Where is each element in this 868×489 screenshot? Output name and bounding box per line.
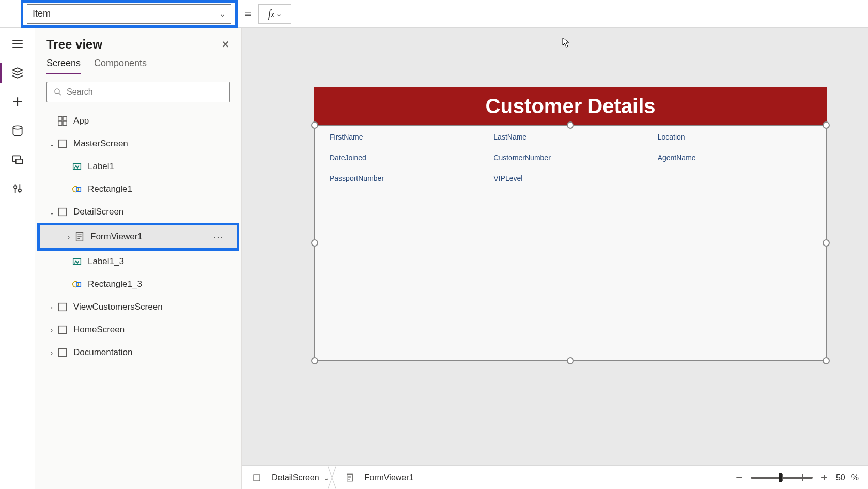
chevron-right-icon: ›: [64, 233, 74, 241]
chevron-down-icon: ⌄: [47, 140, 57, 148]
tree-node-formviewer1[interactable]: › FormViewer1 ⋯: [40, 225, 237, 248]
tree-node-homescreen[interactable]: › HomeScreen: [37, 318, 239, 341]
slider-tick: [802, 474, 803, 481]
shape-icon: [71, 279, 83, 290]
breadcrumb-screen[interactable]: DetailScreen ⌄: [251, 466, 338, 490]
resize-handle[interactable]: [567, 121, 574, 129]
svg-point-0: [13, 126, 22, 129]
resize-handle[interactable]: [567, 357, 574, 364]
zoom-control: − + 50 %: [734, 471, 859, 484]
svg-rect-11: [73, 164, 81, 170]
tree-label: Documentation: [73, 347, 132, 358]
svg-point-5: [55, 89, 59, 94]
tree-list: ▾ App ⌄ MasterScreen ▸ Label1 ▸ Rectangl…: [35, 110, 241, 489]
main-area: Tree view ✕ Screens Components ▾ App ⌄ M…: [0, 28, 868, 489]
close-icon[interactable]: ✕: [221, 38, 230, 51]
chevron-right-icon: ›: [47, 326, 57, 334]
canvas-area[interactable]: Customer Details FirstName LastName Loca…: [242, 28, 868, 489]
fx-button[interactable]: fx ⌄: [258, 4, 291, 24]
tree-node-app[interactable]: ▾ App: [37, 110, 239, 132]
chevron-right-icon: ›: [47, 303, 57, 311]
tree-node-label1[interactable]: ▸ Label1: [37, 155, 239, 178]
field-customernumber[interactable]: CustomerNumber: [493, 154, 647, 162]
data-icon[interactable]: [11, 124, 24, 137]
resize-handle[interactable]: [823, 121, 830, 129]
field-datejoined[interactable]: DateJoined: [330, 154, 483, 162]
tree-label: DetailScreen: [73, 207, 123, 217]
tree-label: MasterScreen: [73, 139, 128, 149]
svg-rect-14: [59, 208, 67, 216]
zoom-out-button[interactable]: −: [734, 471, 745, 484]
tree-label: ViewCustomersScreen: [73, 302, 163, 312]
advanced-tools-icon[interactable]: [11, 182, 24, 195]
label-icon: [71, 256, 83, 267]
left-rail: [0, 28, 35, 489]
tab-components[interactable]: Components: [94, 58, 147, 74]
field-agentname[interactable]: AgentName: [658, 154, 811, 162]
search-input[interactable]: [67, 87, 223, 97]
tree-node-masterscreen[interactable]: ⌄ MasterScreen: [37, 132, 239, 155]
zoom-in-button[interactable]: +: [819, 471, 830, 484]
resize-handle[interactable]: [823, 357, 830, 364]
resize-handle[interactable]: [311, 357, 318, 364]
slider-thumb[interactable]: [779, 473, 782, 482]
tree-label: Rectangle1_3: [88, 279, 142, 289]
canvas-title-bar: Customer Details: [314, 87, 827, 125]
field-viplevel[interactable]: VIPLevel: [493, 174, 647, 182]
tree-label: FormViewer1: [90, 232, 143, 242]
chevron-down-icon: ⌄: [47, 208, 57, 216]
resize-handle[interactable]: [311, 121, 318, 129]
property-dropdown-highlight: Item ⌄: [21, 0, 238, 28]
tab-screens[interactable]: Screens: [47, 58, 81, 74]
property-dropdown[interactable]: Item ⌄: [27, 4, 231, 24]
tree-node-rectangle1-3[interactable]: ▸ Rectangle1_3: [37, 273, 239, 296]
field-passportnumber[interactable]: PassportNumber: [330, 174, 483, 182]
svg-rect-19: [59, 303, 67, 311]
screen-icon: [57, 347, 68, 358]
tree-label: HomeScreen: [73, 325, 125, 335]
chevron-down-icon: ⌄: [276, 10, 282, 18]
insert-icon[interactable]: [11, 95, 24, 109]
zoom-slider[interactable]: [751, 477, 813, 479]
zoom-value: 50: [836, 473, 845, 482]
panel-title: Tree view: [47, 37, 102, 52]
tree-view-icon[interactable]: [11, 66, 24, 80]
formula-input[interactable]: [297, 4, 868, 24]
cursor-icon: [562, 37, 570, 48]
tree-node-documentation[interactable]: › Documentation: [37, 341, 239, 364]
tree-label: Label1: [88, 161, 114, 172]
screen-icon: [251, 472, 262, 483]
search-input-wrap[interactable]: [47, 82, 230, 102]
formviewer-canvas[interactable]: FirstName LastName Location DateJoined C…: [314, 125, 827, 361]
resize-handle[interactable]: [311, 239, 318, 247]
screen-icon: [57, 206, 68, 218]
chevron-right-icon: ›: [47, 349, 57, 357]
hamburger-icon[interactable]: [11, 37, 24, 51]
breadcrumb-control[interactable]: FormViewer1: [344, 466, 422, 490]
svg-rect-9: [63, 121, 67, 125]
svg-rect-16: [73, 259, 81, 265]
canvas-stage: Customer Details FirstName LastName Loca…: [314, 87, 827, 361]
tree-node-rectangle1[interactable]: ▸ Rectangle1: [37, 178, 239, 201]
chevron-down-icon: ⌄: [323, 473, 330, 482]
field-firstname[interactable]: FirstName: [330, 133, 483, 141]
panel-tabs: Screens Components: [35, 55, 241, 74]
field-location[interactable]: Location: [658, 133, 811, 141]
tree-node-label1-3[interactable]: ▸ Label1_3: [37, 250, 239, 273]
screen-icon: [57, 138, 68, 149]
field-lastname[interactable]: LastName: [493, 133, 647, 141]
property-dropdown-value: Item: [33, 8, 51, 19]
shape-icon: [71, 184, 83, 195]
zoom-suffix: %: [851, 473, 859, 482]
svg-rect-2: [16, 159, 22, 164]
media-icon[interactable]: [11, 153, 24, 166]
label-icon: [71, 161, 83, 172]
more-icon[interactable]: ⋯: [213, 231, 224, 243]
tree-node-viewcustomers[interactable]: › ViewCustomersScreen: [37, 296, 239, 318]
svg-rect-22: [254, 475, 260, 481]
tree-node-detailscreen[interactable]: ⌄ DetailScreen: [37, 201, 239, 223]
fx-icon: fx: [268, 8, 275, 20]
canvas-title: Customer Details: [486, 95, 656, 118]
tree-label: App: [73, 116, 89, 126]
resize-handle[interactable]: [823, 239, 830, 247]
